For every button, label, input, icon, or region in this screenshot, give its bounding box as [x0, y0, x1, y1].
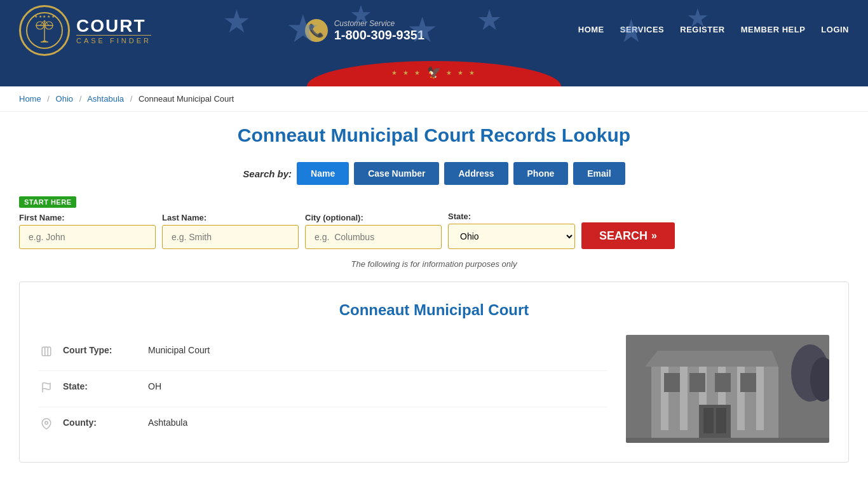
county-row: County: Ashtabula	[39, 407, 607, 443]
tab-email[interactable]: Email	[573, 162, 625, 185]
last-name-field: Last Name:	[162, 213, 299, 249]
svg-point-14	[45, 421, 48, 424]
start-here-text: START HERE	[19, 196, 76, 208]
cs-phone: 1-800-309-9351	[334, 28, 424, 43]
breadcrumb-ashtabula[interactable]: Ashtabula	[87, 94, 124, 104]
eagle-area: ★ ★ ★ 🦅 ★ ★ ★	[391, 65, 476, 82]
city-field: City (optional):	[305, 213, 442, 249]
nav-services[interactable]: SERVICES	[620, 25, 665, 37]
state-label: State:	[448, 212, 575, 221]
court-card: Conneaut Municipal Court Court Type: Mun…	[19, 281, 849, 463]
svg-rect-10	[42, 347, 51, 356]
main-nav: HOME SERVICES REGISTER MEMBER HELP LOGIN	[578, 25, 849, 37]
nav-login[interactable]: LOGIN	[821, 25, 849, 37]
search-button[interactable]: SEARCH »	[581, 222, 675, 249]
logo-text-area: COURT CASE FINDER	[76, 17, 151, 44]
customer-service: 📞 Customer Service 1-800-309-9351	[305, 19, 424, 43]
city-label: City (optional):	[305, 213, 442, 222]
court-card-title: Conneaut Municipal Court	[39, 301, 829, 319]
city-input[interactable]	[305, 225, 442, 249]
svg-text:★ ★ ★ ★ ★: ★ ★ ★ ★ ★	[34, 15, 55, 18]
main-content: Conneaut Municipal Court Records Lookup …	[0, 112, 868, 475]
cs-label: Customer Service	[334, 19, 424, 28]
tab-address[interactable]: Address	[444, 162, 508, 185]
tab-phone[interactable]: Phone	[513, 162, 569, 185]
page-header: ★ ★ ★ ★ ★ ★ ★ ★ ★ ★ ★ ★	[0, 0, 868, 61]
search-form: First Name: Last Name: City (optional): …	[19, 212, 849, 249]
columns-icon	[39, 346, 54, 360]
logo-area[interactable]: ★ ★ ★ ★ ★ COURT CASE FINDER	[19, 5, 151, 56]
eagle-icon: 🦅	[427, 65, 441, 79]
logo-court-text: COURT	[76, 17, 151, 35]
first-name-field: First Name:	[19, 213, 156, 249]
flag-icon	[39, 382, 54, 396]
search-chevrons: »	[651, 230, 657, 241]
start-here-badge: START HERE	[19, 196, 849, 212]
first-name-label: First Name:	[19, 213, 156, 222]
tab-case-number[interactable]: Case Number	[354, 162, 439, 185]
county-value: Ashtabula	[148, 417, 187, 428]
banner-curve: ★ ★ ★ 🦅 ★ ★ ★	[0, 61, 868, 86]
breadcrumb-ohio[interactable]: Ohio	[56, 94, 73, 104]
tab-name[interactable]: Name	[297, 162, 349, 185]
breadcrumb-sep-2: /	[79, 94, 82, 104]
court-card-content: Court Type: Municipal Court State: OH	[39, 335, 829, 443]
court-image	[626, 335, 829, 443]
svg-rect-36	[626, 335, 829, 443]
state-select[interactable]: Ohio Alabama Alaska Arizona California C…	[448, 224, 575, 249]
search-button-label: SEARCH	[599, 229, 648, 243]
breadcrumb-current: Conneaut Municipal Court	[139, 94, 234, 104]
last-name-input[interactable]	[162, 225, 299, 249]
breadcrumb-sep-3: /	[130, 94, 133, 104]
stars-right: ★ ★ ★	[446, 69, 477, 76]
nav-home[interactable]: HOME	[578, 25, 604, 37]
eagle-banner: ★ ★ ★ 🦅 ★ ★ ★	[307, 61, 561, 86]
stars-left: ★ ★ ★	[391, 69, 422, 76]
first-name-input[interactable]	[19, 225, 156, 249]
page-title: Conneaut Municipal Court Records Lookup	[19, 125, 849, 146]
search-by-row: Search by: Name Case Number Address Phon…	[19, 162, 849, 185]
breadcrumb: Home / Ohio / Ashtabula / Conneaut Munic…	[0, 86, 868, 112]
last-name-label: Last Name:	[162, 213, 299, 222]
state-value: OH	[148, 381, 161, 391]
court-type-label: Court Type:	[63, 345, 139, 355]
state-field: State: Ohio Alabama Alaska Arizona Calif…	[448, 212, 575, 249]
breadcrumb-sep-1: /	[47, 94, 50, 104]
court-type-row: Court Type: Municipal Court	[39, 335, 607, 371]
logo-badge: ★ ★ ★ ★ ★	[19, 5, 70, 56]
breadcrumb-home[interactable]: Home	[19, 94, 41, 104]
cs-text: Customer Service 1-800-309-9351	[334, 19, 424, 43]
court-details: Court Type: Municipal Court State: OH	[39, 335, 607, 443]
county-label: County:	[63, 417, 139, 428]
court-type-value: Municipal Court	[148, 345, 210, 355]
search-by-label: Search by:	[243, 168, 292, 179]
info-text: The following is for information purpose…	[19, 259, 849, 269]
nav-member-help[interactable]: MEMBER HELP	[741, 25, 806, 37]
phone-icon: 📞	[305, 19, 328, 42]
map-pin-icon	[39, 418, 54, 433]
logo-case-finder-text: CASE FINDER	[76, 35, 151, 44]
state-label-detail: State:	[63, 381, 139, 391]
state-row: State: OH	[39, 371, 607, 407]
nav-register[interactable]: REGISTER	[680, 25, 724, 37]
